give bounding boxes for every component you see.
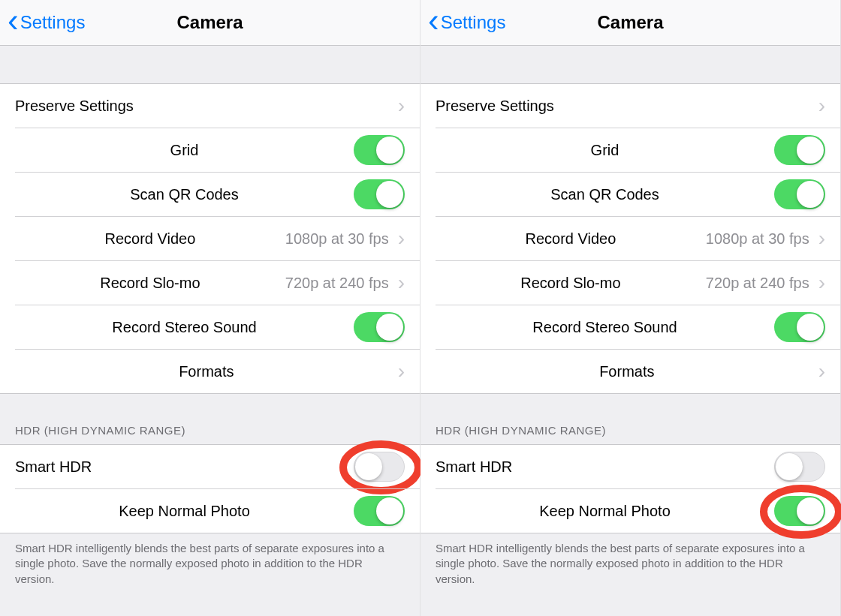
chevron-right-icon: › — [398, 361, 405, 382]
chevron-right-icon: › — [398, 272, 405, 293]
row-stereo-sound: Record Stereo Sound — [15, 305, 420, 349]
spacer — [420, 46, 840, 83]
settings-group-hdr: Smart HDR Keep Normal Photo — [0, 444, 420, 533]
settings-group-1: Preserve Settings › Grid Scan QR Codes R… — [420, 83, 840, 394]
row-label: Scan QR Codes — [130, 186, 239, 203]
screen-left: ‹ Settings Camera Preserve Settings › Gr… — [0, 0, 420, 616]
settings-group-hdr: Smart HDR Keep Normal Photo — [420, 444, 840, 533]
chevron-right-icon: › — [818, 361, 825, 382]
row-label: Preserve Settings — [436, 98, 554, 115]
row-preserve-settings[interactable]: Preserve Settings › — [420, 84, 840, 128]
row-keep-normal-photo: Keep Normal Photo — [15, 488, 420, 533]
navbar: ‹ Settings Camera — [0, 0, 420, 46]
row-scan-qr: Scan QR Codes — [15, 172, 420, 216]
row-record-video[interactable]: Record Video 1080p at 30 fps › — [15, 216, 420, 260]
row-scan-qr: Scan QR Codes — [436, 172, 840, 216]
row-stereo-sound: Record Stereo Sound — [436, 305, 840, 349]
row-formats[interactable]: Formats › — [15, 349, 420, 393]
chevron-right-icon: › — [398, 95, 405, 116]
chevron-right-icon: › — [818, 272, 825, 293]
row-label: Record Stereo Sound — [532, 319, 677, 336]
row-value: 720p at 240 fps — [285, 275, 389, 292]
back-button[interactable]: ‹ Settings — [428, 0, 505, 45]
row-label: Record Slo-mo — [520, 275, 620, 292]
row-formats[interactable]: Formats › — [436, 349, 840, 393]
section-header-hdr: HDR (HIGH DYNAMIC RANGE) — [0, 394, 420, 444]
row-label: Record Video — [525, 230, 616, 248]
chevron-right-icon: › — [818, 228, 825, 249]
row-label: Preserve Settings — [15, 98, 134, 115]
row-label: Record Stereo Sound — [112, 319, 256, 336]
row-keep-normal-photo: Keep Normal Photo — [436, 488, 840, 533]
row-smart-hdr: Smart HDR — [420, 445, 840, 488]
back-label: Settings — [441, 12, 506, 33]
row-label: Grid — [591, 142, 619, 159]
toggle-keep-normal-photo[interactable] — [354, 496, 405, 526]
row-value: 1080p at 30 fps — [706, 230, 809, 248]
spacer — [0, 46, 420, 83]
chevron-left-icon: ‹ — [428, 0, 439, 43]
row-label: Record Slo-mo — [100, 275, 200, 292]
toggle-keep-normal-photo[interactable] — [774, 496, 825, 526]
chevron-right-icon: › — [398, 228, 405, 249]
toggle-smart-hdr[interactable] — [354, 452, 405, 482]
toggle-scan-qr[interactable] — [354, 179, 405, 209]
row-label: Keep Normal Photo — [119, 503, 250, 520]
row-record-slomo[interactable]: Record Slo-mo 720p at 240 fps › — [436, 260, 840, 305]
row-value: 720p at 240 fps — [706, 275, 809, 292]
section-header-hdr: HDR (HIGH DYNAMIC RANGE) — [420, 394, 840, 444]
row-record-slomo[interactable]: Record Slo-mo 720p at 240 fps › — [15, 260, 420, 305]
row-label: Scan QR Codes — [550, 186, 659, 203]
row-label: Record Video — [104, 230, 195, 248]
toggle-stereo-sound[interactable] — [774, 312, 825, 342]
chevron-left-icon: ‹ — [8, 0, 19, 43]
row-grid: Grid — [15, 128, 420, 172]
toggle-grid[interactable] — [774, 135, 825, 165]
row-label: Smart HDR — [15, 458, 92, 476]
row-label: Formats — [599, 363, 654, 380]
toggle-grid[interactable] — [354, 135, 405, 165]
chevron-right-icon: › — [818, 95, 825, 116]
back-label: Settings — [20, 12, 86, 33]
settings-group-1: Preserve Settings › Grid Scan QR Codes R… — [0, 83, 420, 394]
row-label: Smart HDR — [436, 458, 512, 476]
toggle-smart-hdr[interactable] — [774, 452, 825, 482]
row-label: Formats — [179, 363, 234, 380]
row-preserve-settings[interactable]: Preserve Settings › — [0, 84, 420, 128]
page-title: Camera — [597, 12, 663, 33]
row-grid: Grid — [436, 128, 840, 172]
toggle-scan-qr[interactable] — [774, 179, 825, 209]
row-value: 1080p at 30 fps — [285, 230, 389, 248]
section-footer-hdr: Smart HDR intelligently blends the best … — [0, 533, 420, 594]
side-by-side-screens: ‹ Settings Camera Preserve Settings › Gr… — [0, 0, 841, 616]
row-record-video[interactable]: Record Video 1080p at 30 fps › — [436, 216, 840, 260]
toggle-stereo-sound[interactable] — [354, 312, 405, 342]
row-smart-hdr: Smart HDR — [0, 445, 420, 488]
back-button[interactable]: ‹ Settings — [8, 0, 85, 45]
navbar: ‹ Settings Camera — [420, 0, 840, 46]
page-title: Camera — [176, 12, 243, 33]
screen-right: ‹ Settings Camera Preserve Settings › Gr… — [420, 0, 841, 616]
section-footer-hdr: Smart HDR intelligently blends the best … — [420, 533, 840, 594]
row-label: Grid — [170, 142, 199, 159]
row-label: Keep Normal Photo — [539, 503, 671, 520]
